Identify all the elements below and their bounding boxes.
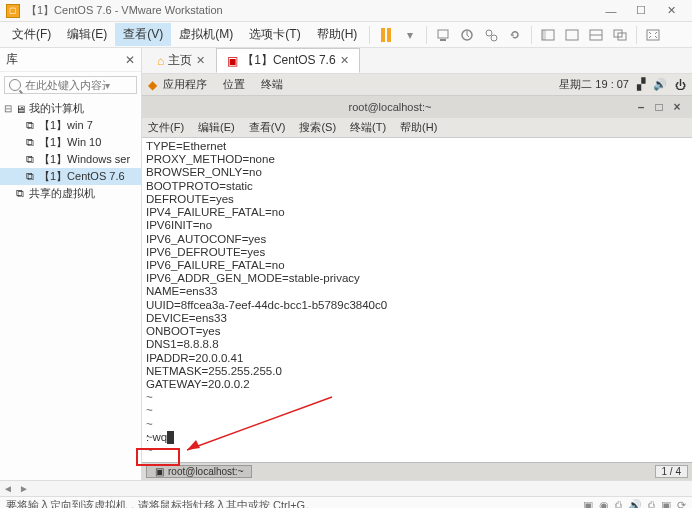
gnome-terminal[interactable]: 终端 [261, 77, 283, 92]
svg-rect-6 [542, 30, 546, 40]
device-icon[interactable]: ⎙ [648, 499, 655, 508]
shared-icon: ⧉ [14, 188, 26, 200]
scroll-left-icon[interactable]: ◄ [0, 483, 16, 494]
menu-file[interactable]: 文件(F) [4, 23, 59, 46]
sidebar-tree: ⊟ 🖥 我的计算机 ⧉【1】win 7 ⧉【1】Win 10 ⧉【1】Windo… [0, 98, 141, 480]
term-menu-edit[interactable]: 编辑(E) [198, 120, 235, 135]
dropdown-icon[interactable]: ▾ [401, 26, 419, 44]
term-close-icon[interactable]: × [668, 100, 686, 114]
scroll-right-icon[interactable]: ► [16, 483, 32, 494]
menu-view[interactable]: 查看(V) [115, 23, 171, 46]
terminal-body[interactable]: TYPE=EthernetPROXY_METHOD=noneBROWSER_ON… [142, 138, 692, 462]
window-title: 【1】CentOS 7.6 - VMware Workstation [26, 3, 596, 18]
terminal-line: IPV6_DEFROUTE=yes [146, 246, 692, 259]
tab-close-icon[interactable]: ✕ [340, 54, 349, 67]
terminal-line: GATEWAY=20.0.0.2 [146, 378, 692, 391]
vm-icon: ⧉ [24, 171, 36, 183]
search-input[interactable] [25, 79, 105, 91]
term-menu-help[interactable]: 帮助(H) [400, 120, 437, 135]
annotation-box [136, 448, 180, 466]
vm-icon: ▣ [227, 54, 238, 68]
device-icon[interactable]: ▣ [661, 499, 671, 508]
svg-point-4 [491, 35, 497, 41]
tree-item-win10[interactable]: ⧉【1】Win 10 [0, 134, 141, 151]
close-button[interactable]: ✕ [656, 3, 686, 19]
term-menu-file[interactable]: 文件(F) [148, 120, 184, 135]
maximize-button[interactable]: ☐ [626, 3, 656, 19]
gnome-apps[interactable]: 应用程序 [163, 77, 207, 92]
vm-icon: ⧉ [24, 137, 36, 149]
menu-vm[interactable]: 虚拟机(M) [171, 23, 241, 46]
volume-icon[interactable]: 🔊 [653, 78, 667, 91]
home-icon: ⌂ [157, 54, 164, 68]
menu-tabs[interactable]: 选项卡(T) [241, 23, 308, 46]
computer-icon: 🖥 [14, 103, 26, 115]
svg-rect-12 [647, 30, 659, 40]
power-icon[interactable]: ⏻ [675, 79, 686, 91]
main-menubar: 文件(F) 编辑(E) 查看(V) 虚拟机(M) 选项卡(T) 帮助(H) ▾ [0, 22, 692, 48]
network-icon[interactable]: ▞ [637, 78, 645, 91]
sidebar-close-icon[interactable]: ✕ [125, 53, 135, 67]
gnome-top-bar: ◆ 应用程序 位置 终端 星期二 19 : 07 ▞ 🔊 ⏻ [142, 74, 692, 96]
term-minimize-icon[interactable]: – [632, 100, 650, 114]
device-icon[interactable]: ▣ [583, 499, 593, 508]
terminal-line: DEFROUTE=yes [146, 193, 692, 206]
send-ctrl-alt-del-icon[interactable] [434, 26, 452, 44]
vim-tilde: ~ [146, 431, 692, 444]
bottom-scrollbar[interactable]: ◄ ► [0, 480, 692, 496]
term-menu-term[interactable]: 终端(T) [350, 120, 386, 135]
minimize-button[interactable]: — [596, 3, 626, 19]
terminal-titlebar: root@localhost:~ – □ × [142, 96, 692, 118]
terminal-line: IPV6INIT=no [146, 219, 692, 232]
terminal-line: IPV6_ADDR_GEN_MODE=stable-privacy [146, 272, 692, 285]
task-terminal[interactable]: ▣ root@localhost:~ [146, 465, 252, 478]
revert-icon[interactable] [506, 26, 524, 44]
terminal-line: IPADDR=20.0.0.41 [146, 352, 692, 365]
snapshot-manager-icon[interactable] [482, 26, 500, 44]
term-menu-view[interactable]: 查看(V) [249, 120, 286, 135]
vim-tilde: ~ [146, 418, 692, 431]
tab-home[interactable]: ⌂ 主页 ✕ [146, 48, 216, 73]
terminal-line: IPV4_FAILURE_FATAL=no [146, 206, 692, 219]
tree-item-winserver[interactable]: ⧉【1】Windows ser [0, 151, 141, 168]
terminal-line: TYPE=Ethernet [146, 140, 692, 153]
tree-item-centos[interactable]: ⧉【1】CentOS 7.6 [0, 168, 141, 185]
term-menu-search[interactable]: 搜索(S) [299, 120, 336, 135]
tree-item-win7[interactable]: ⧉【1】win 7 [0, 117, 141, 134]
tree-root[interactable]: ⊟ 🖥 我的计算机 [0, 100, 141, 117]
window-titlebar: ▢ 【1】CentOS 7.6 - VMware Workstation — ☐… [0, 0, 692, 22]
tab-close-icon[interactable]: ✕ [196, 54, 205, 67]
menu-edit[interactable]: 编辑(E) [59, 23, 115, 46]
terminal-line: NAME=ens33 [146, 285, 692, 298]
tree-shared[interactable]: ⧉ 共享的虚拟机 [0, 185, 141, 202]
workspace-pager[interactable]: 1 / 4 [655, 465, 688, 478]
terminal-line: IPV6_FAILURE_FATAL=no [146, 259, 692, 272]
term-maximize-icon[interactable]: □ [650, 100, 668, 114]
pause-button[interactable] [377, 26, 395, 44]
unity-icon[interactable] [611, 26, 629, 44]
vm-icon: ⧉ [24, 154, 36, 166]
sidebar-search[interactable]: ▾ [4, 76, 137, 94]
terminal-line: DNS1=8.8.8.8 [146, 338, 692, 351]
device-icon[interactable]: ⎙ [615, 499, 622, 508]
library-sidebar: 库 ✕ ▾ ⊟ 🖥 我的计算机 ⧉【1】win 7 ⧉【1】Win 10 ⧉【1… [0, 48, 142, 480]
layout3-icon[interactable] [587, 26, 605, 44]
activities-icon[interactable]: ◆ [148, 78, 157, 92]
tab-centos[interactable]: ▣ 【1】CentOS 7.6 ✕ [216, 48, 359, 73]
device-icon[interactable]: ◉ [599, 499, 609, 508]
layout2-icon[interactable] [563, 26, 581, 44]
gnome-clock: 星期二 19 : 07 [559, 77, 629, 92]
terminal-line: PROXY_METHOD=none [146, 153, 692, 166]
gnome-places[interactable]: 位置 [223, 77, 245, 92]
layout1-icon[interactable] [539, 26, 557, 44]
search-dropdown-icon[interactable]: ▾ [105, 80, 110, 91]
snapshot-icon[interactable] [458, 26, 476, 44]
status-text: 要将输入定向到该虚拟机，请将鼠标指针移入其中或按 Ctrl+G。 [6, 498, 316, 508]
svg-rect-7 [566, 30, 578, 40]
terminal-title: root@localhost:~ [148, 101, 632, 113]
device-icon[interactable]: 🔊 [628, 499, 642, 508]
device-icon[interactable]: ⟳ [677, 499, 686, 508]
app-icon: ▢ [6, 4, 20, 18]
menu-help[interactable]: 帮助(H) [309, 23, 366, 46]
fullscreen-icon[interactable] [644, 26, 662, 44]
